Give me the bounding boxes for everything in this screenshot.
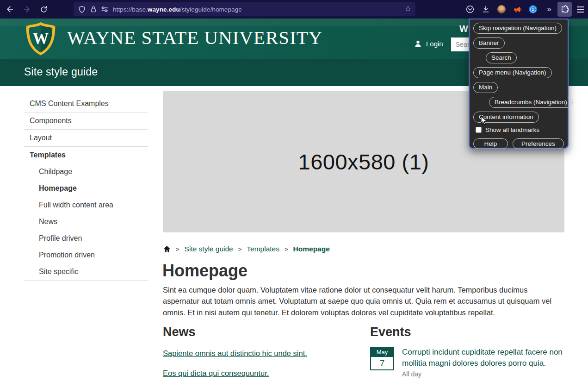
news-section: News Sapiente omnis aut distinctio hic u…: [163, 325, 362, 378]
back-button[interactable]: [4, 4, 15, 15]
menu-hamburger-icon[interactable]: [572, 0, 588, 19]
news-link[interactable]: Eos qui dicta qui consequuntur.: [163, 369, 362, 378]
breadcrumb-link-site-style-guide[interactable]: Site style guide: [185, 245, 233, 253]
landmark-button[interactable]: Banner: [473, 37, 505, 49]
breadcrumb-link-templates[interactable]: Templates: [247, 245, 279, 253]
onepassword-icon[interactable]: 1: [525, 0, 541, 19]
download-icon[interactable]: [478, 0, 494, 19]
svg-text:W: W: [33, 30, 49, 48]
university-wordmark[interactable]: WAYNE STATE UNIVERSITY: [67, 26, 322, 49]
forward-button[interactable]: [21, 4, 32, 15]
event-date-badge: May 7: [370, 347, 394, 370]
event-month: May: [370, 347, 394, 357]
breadcrumb-current: Homepage: [293, 245, 330, 253]
events-heading: Events: [370, 325, 569, 339]
url-bar[interactable]: https://base.wayne.edu/styleguide/homepa…: [74, 2, 415, 16]
site-title: Site style guide: [24, 66, 98, 78]
wsu-shield-logo[interactable]: W: [24, 21, 57, 56]
page-menu-sidebar: CMS Content ExamplesComponentsLayoutTemp…: [24, 95, 148, 281]
header-partial-text: W: [459, 24, 468, 34]
show-all-landmarks-checkbox[interactable]: [476, 127, 482, 133]
bookmark-star-icon[interactable]: ☆: [405, 4, 411, 13]
extensions-puzzle-icon[interactable]: [557, 0, 572, 19]
show-all-landmarks-label: Show all landmarks: [485, 126, 539, 133]
news-heading: News: [163, 325, 362, 339]
pocket-icon[interactable]: [462, 0, 478, 19]
sidebar-item[interactable]: Homepage: [24, 180, 148, 197]
sidebar-item[interactable]: Profile driven: [24, 230, 148, 247]
help-button[interactable]: Help: [473, 138, 508, 149]
preferences-button[interactable]: Preferences: [513, 138, 564, 149]
sidebar-item[interactable]: Site specific: [24, 263, 148, 281]
lock-icon[interactable]: [90, 6, 97, 13]
home-icon[interactable]: [163, 245, 171, 253]
page-title: Homepage: [162, 261, 248, 281]
tracking-shield-icon[interactable]: [78, 6, 86, 13]
sidebar-item[interactable]: Full width content area: [24, 197, 148, 213]
sidebar-item[interactable]: Components: [24, 112, 148, 130]
event-day: 7: [370, 357, 394, 370]
sidebar-item[interactable]: Childpage: [24, 163, 148, 180]
sidebar-item[interactable]: News: [24, 213, 148, 230]
browser-toolbar: https://base.wayne.edu/styleguide/homepa…: [0, 0, 588, 19]
profile-avatar[interactable]: [494, 0, 509, 19]
login-link[interactable]: Login: [414, 40, 443, 48]
url-text: https://base.wayne.edu/styleguide/homepa…: [113, 6, 242, 13]
hero-placeholder-label: 1600x580 (1): [298, 149, 429, 175]
intro-paragraph: Sint ea cumque dolor quam. Voluptatem vi…: [163, 284, 563, 318]
landmark-button[interactable]: Content information: [473, 112, 539, 123]
sidebar-item[interactable]: CMS Content Examples: [24, 95, 148, 112]
browser-window: https://base.wayne.edu/styleguide/homepa…: [0, 0, 588, 381]
landmark-button[interactable]: Page menu (Navigation): [473, 67, 552, 78]
breadcrumb: > Site style guide > Templates > Homepag…: [163, 245, 330, 253]
permissions-icon[interactable]: [101, 6, 109, 12]
event-time: All day: [402, 370, 569, 378]
news-link[interactable]: Sapiente omnis aut distinctio hic unde s…: [163, 349, 362, 358]
landmark-button[interactable]: Search: [486, 52, 517, 63]
landmark-button[interactable]: Breadcrumbs (Navigation): [489, 97, 573, 108]
person-icon: [414, 40, 422, 48]
events-section: Events May 7 Corrupti incidunt cupiditat…: [370, 325, 569, 378]
landmark-button[interactable]: Skip navigation (Navigation): [473, 23, 562, 34]
sidebar-item[interactable]: Templates: [24, 147, 148, 163]
landmark-button[interactable]: Main: [473, 82, 498, 93]
landmarks-extension-popup: Skip navigation (Navigation)BannerSearch…: [469, 19, 569, 149]
megaphone-icon[interactable]: [509, 0, 525, 19]
reload-button[interactable]: [38, 4, 49, 15]
sidebar-item[interactable]: Layout: [24, 130, 148, 147]
toolbar-overflow-icon[interactable]: »: [541, 0, 557, 19]
event-title-link[interactable]: Corrupti incidunt cupiditate repellat fa…: [402, 347, 569, 369]
sidebar-item[interactable]: Promotion driven: [24, 247, 148, 263]
event-item: May 7 Corrupti incidunt cupiditate repel…: [370, 347, 569, 378]
